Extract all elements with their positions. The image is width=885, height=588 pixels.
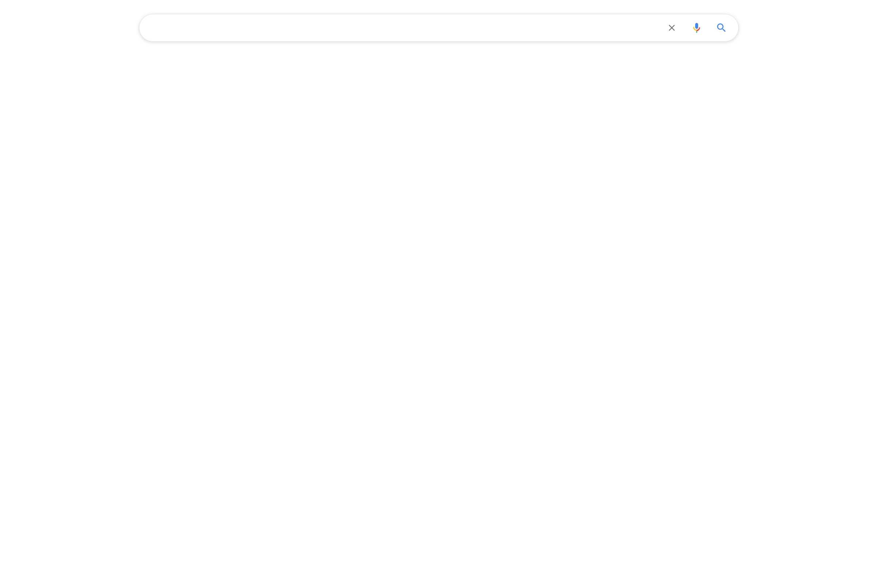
search-icon [716,22,728,34]
microphone-icon [691,22,702,34]
voice-search-button[interactable] [686,17,708,39]
search-input[interactable] [150,14,661,41]
search-bar [139,14,739,42]
search-button[interactable] [711,17,732,39]
clear-button[interactable] [661,17,683,39]
clear-icon [667,22,677,33]
